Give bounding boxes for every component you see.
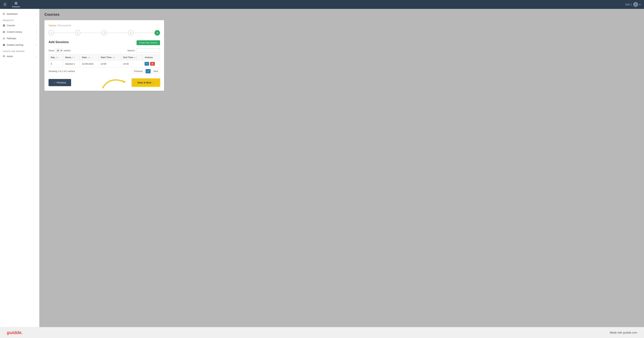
main-card: Courses / Test course ite 1 2 bbox=[44, 20, 164, 91]
step-2[interactable]: 2 bbox=[75, 30, 80, 36]
products-section-label: PRODUCTS bbox=[0, 17, 39, 22]
create-new-session-button[interactable]: Create New Session bbox=[136, 40, 160, 45]
logo-icon: ⚙ bbox=[14, 1, 18, 6]
pathways-icon: ◎ bbox=[3, 37, 5, 40]
breadcrumb-current: Test course ite bbox=[58, 24, 71, 27]
navbar-left: ☰ ⚙ Censeo bbox=[4, 0, 20, 9]
sidebar-item-pathways[interactable]: ◎ Pathways › bbox=[0, 35, 39, 42]
step-3[interactable]: 3 bbox=[102, 30, 107, 36]
guided-learning-icon: ▣ bbox=[3, 43, 5, 46]
entries-label: entries bbox=[64, 49, 70, 52]
sort-icon-day: ▲▼ bbox=[56, 56, 58, 58]
footer: guidde. Made with guidde.com bbox=[0, 327, 644, 338]
chevron-right-icon: › bbox=[36, 31, 36, 33]
chevron-right-icon: › bbox=[36, 24, 36, 26]
pagination: Previous 1 Next bbox=[132, 69, 160, 73]
svg-marker-0 bbox=[122, 80, 125, 83]
navbar-divider bbox=[9, 0, 10, 9]
avatar: 👤 bbox=[633, 2, 638, 7]
previous-button[interactable]: ← Previous bbox=[48, 79, 71, 86]
cell-start-time: 14:00 bbox=[98, 60, 121, 67]
user-label: EDS 1 bbox=[625, 3, 632, 6]
step-5[interactable]: 5 bbox=[154, 30, 160, 36]
step-1[interactable]: 1 bbox=[48, 30, 54, 36]
step-wrapper-3: 3 bbox=[102, 30, 128, 36]
th-start-time[interactable]: Start Time ▲▼ bbox=[98, 54, 121, 60]
navbar-logo: ⚙ Censeo bbox=[12, 1, 20, 8]
content-library-icon: ▤ bbox=[3, 30, 5, 33]
sidebar: ⊟ Dashboard › PRODUCTS ▦ Courses › ▤ Con… bbox=[0, 9, 39, 327]
sidebar-item-guided-learning[interactable]: ▣ Guided Learning › bbox=[0, 42, 39, 48]
sidebar-item-courses[interactable]: ▦ Courses › bbox=[0, 22, 39, 28]
show-label: Show bbox=[48, 49, 54, 52]
sidebar-item-pathways-label: Pathways bbox=[7, 37, 16, 40]
th-day[interactable]: Day ▲▼ bbox=[49, 54, 63, 60]
step-4[interactable]: 4 bbox=[128, 30, 134, 36]
footer-logo: guidde. bbox=[7, 330, 22, 335]
sidebar-item-dashboard-label: Dashboard bbox=[7, 13, 18, 15]
save-next-container: Save & Next → bbox=[132, 78, 160, 87]
th-end-time[interactable]: End Time ▲▼ bbox=[121, 54, 142, 60]
sidebar-item-content-library[interactable]: ▤ Content Library › bbox=[0, 28, 39, 35]
sessions-header: Add Sessions Create New Session bbox=[48, 40, 160, 47]
step-line-2 bbox=[80, 33, 102, 33]
table-footer: Showing 1 to 1 of 1 entries Previous 1 N… bbox=[48, 69, 160, 73]
sidebar-item-courses-label: Courses bbox=[7, 24, 15, 27]
edit-button[interactable]: ✎ bbox=[144, 62, 149, 66]
nav-buttons: ← Previous Save & Next → bbox=[48, 78, 160, 87]
cell-name: Session 1 bbox=[63, 60, 80, 67]
sidebar-item-admin[interactable]: ⚙ Admin › bbox=[0, 53, 39, 60]
sidebar-item-dashboard[interactable]: ⊟ Dashboard › bbox=[0, 10, 39, 17]
showing-text: Showing 1 to 1 of 1 entries bbox=[48, 70, 75, 72]
arrow-annotation bbox=[99, 74, 130, 90]
delete-button[interactable]: 🗑 bbox=[150, 62, 155, 66]
sort-icon-date: ▲▼ bbox=[88, 56, 90, 58]
dashboard-icon: ⊟ bbox=[3, 12, 5, 16]
sidebar-item-admin-label: Admin bbox=[7, 55, 13, 58]
footer-tagline: Made with guidde.com bbox=[610, 331, 637, 334]
chevron-right-icon: › bbox=[36, 37, 36, 39]
logo-text: Censeo bbox=[12, 6, 20, 8]
entries-select[interactable]: 10 25 50 bbox=[55, 48, 63, 52]
step-wrapper-1: 1 bbox=[48, 30, 75, 36]
add-sessions-title: Add Sessions bbox=[48, 40, 69, 44]
dropdown-icon: ▾ bbox=[640, 3, 640, 6]
chevron-right-icon: › bbox=[36, 13, 36, 15]
search-label: Search: bbox=[127, 49, 135, 52]
step-line-1 bbox=[54, 33, 75, 33]
sort-icon-name: ▲▼ bbox=[72, 56, 75, 58]
step-indicator: 1 2 3 4 bbox=[48, 30, 160, 36]
breadcrumb-courses-link[interactable]: Courses bbox=[48, 24, 56, 27]
search-input[interactable] bbox=[136, 48, 160, 53]
sort-icon-start-time: ▲▼ bbox=[112, 56, 115, 58]
th-actions: Actions bbox=[142, 54, 160, 60]
admin-icon: ⚙ bbox=[3, 55, 5, 58]
table-row: 0 Session 1 22-09-2023 14:00 15:30 ✎ 🗑 bbox=[49, 60, 160, 67]
th-name[interactable]: Name ▲▼ bbox=[63, 54, 80, 60]
save-next-button[interactable]: Save & Next → bbox=[132, 78, 160, 87]
cell-day: 0 bbox=[49, 60, 63, 67]
cell-date: 22-09-2023 bbox=[80, 60, 98, 67]
step-wrapper-4: 4 bbox=[128, 30, 154, 36]
step-line-4 bbox=[134, 33, 154, 33]
previous-page-button[interactable]: Previous bbox=[132, 69, 144, 73]
sidebar-item-guided-learning-label: Guided Learning bbox=[7, 44, 23, 46]
chevron-right-icon: › bbox=[36, 44, 36, 46]
hamburger-icon[interactable]: ☰ bbox=[4, 2, 6, 6]
breadcrumb: Courses / Test course ite bbox=[48, 24, 160, 27]
step-line-3 bbox=[107, 33, 128, 33]
main-layout: ⊟ Dashboard › PRODUCTS ▦ Courses › ▤ Con… bbox=[0, 9, 644, 327]
courses-icon: ▦ bbox=[3, 24, 5, 27]
sidebar-item-content-library-label: Content Library bbox=[7, 30, 22, 33]
page-1-button[interactable]: 1 bbox=[146, 69, 150, 73]
table-controls: Show 10 25 50 entries Search: bbox=[48, 48, 160, 53]
sort-icon-end-time: ▲▼ bbox=[134, 56, 137, 58]
navbar-user[interactable]: EDS 1 👤 ▾ bbox=[625, 2, 640, 7]
cell-end-time: 15:30 bbox=[121, 60, 142, 67]
sessions-table: Day ▲▼ Name ▲▼ Date bbox=[48, 54, 160, 67]
next-page-button[interactable]: Next bbox=[152, 69, 160, 73]
create-manage-section-label: CREATE AND MANAGE bbox=[0, 48, 39, 53]
chevron-right-icon: › bbox=[36, 55, 36, 57]
page-title: Courses bbox=[44, 12, 639, 17]
th-date[interactable]: Date ▲▼ bbox=[80, 54, 98, 60]
